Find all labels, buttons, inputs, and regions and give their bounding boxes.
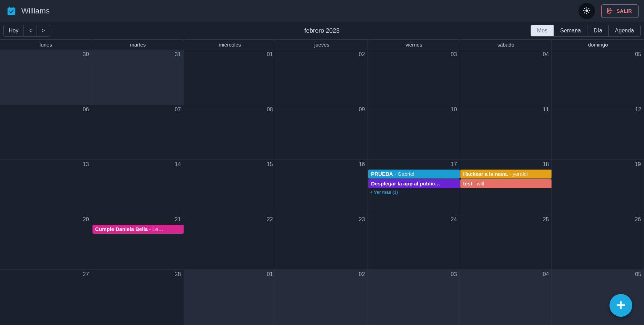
day-number: 14 <box>175 161 181 167</box>
view-switcher: Mes Semana Día Agenda <box>530 25 641 37</box>
day-cell[interactable]: 30 <box>0 50 92 105</box>
day-cell[interactable]: 19 <box>552 160 644 215</box>
day-cell[interactable]: 06 <box>0 105 92 160</box>
day-number: 01 <box>267 51 273 58</box>
day-number: 05 <box>635 51 641 58</box>
day-number: 18 <box>543 161 549 167</box>
day-cell[interactable]: 09 <box>276 105 368 160</box>
calendar: lunesmartesmiércolesjuevesviernessábadod… <box>0 39 644 325</box>
event-chip[interactable]: PRUEBA - Gabriel <box>368 170 460 179</box>
svg-line-7 <box>584 12 585 13</box>
day-cell[interactable]: 25 <box>460 215 552 270</box>
day-cell[interactable]: 02 <box>276 270 368 325</box>
nav-group: Hoy < > <box>3 25 50 37</box>
day-number: 11 <box>543 106 549 113</box>
day-cell[interactable]: 15 <box>184 160 276 215</box>
day-number: 04 <box>543 51 549 58</box>
day-number: 08 <box>267 106 273 113</box>
day-cell[interactable]: 01 <box>184 270 276 325</box>
day-cell[interactable]: 03 <box>368 50 460 105</box>
day-number: 10 <box>451 106 457 113</box>
day-number: 15 <box>267 161 273 167</box>
day-number: 27 <box>83 271 89 277</box>
day-headers: lunesmartesmiércolesjuevesviernessábadod… <box>0 40 644 50</box>
calendar-week: 13141516171819PRUEBA - GabrielHackear a … <box>0 160 644 215</box>
day-cell[interactable]: 13 <box>0 160 92 215</box>
day-number: 03 <box>451 271 457 277</box>
theme-toggle-button[interactable] <box>578 3 595 19</box>
day-cell[interactable]: 31 <box>92 50 184 105</box>
today-button[interactable]: Hoy <box>3 25 23 37</box>
view-month-button[interactable]: Mes <box>530 25 554 37</box>
day-cell[interactable]: 28 <box>92 270 184 325</box>
event-chip[interactable]: Hackear a la nasa. - yeraldi <box>460 170 552 179</box>
day-cell[interactable]: 08 <box>184 105 276 160</box>
day-cell[interactable]: 23 <box>276 215 368 270</box>
day-cell[interactable]: 05 <box>552 50 644 105</box>
day-number: 13 <box>83 161 89 167</box>
logout-label: SALIR <box>617 8 632 14</box>
event-author: - yeraldi <box>508 171 528 177</box>
view-week-button[interactable]: Semana <box>554 25 587 37</box>
day-header: sábado <box>460 40 552 50</box>
next-button[interactable]: > <box>37 25 50 37</box>
day-cell[interactable]: 14 <box>92 160 184 215</box>
day-cell[interactable]: 27 <box>0 270 92 325</box>
add-event-fab[interactable] <box>609 294 632 317</box>
brand-name: Williams <box>21 7 50 16</box>
calendar-week: 06070809101112 <box>0 105 644 160</box>
day-cell[interactable]: 24 <box>368 215 460 270</box>
logo-calendar-check-icon <box>6 6 17 16</box>
day-cell[interactable]: 04 <box>460 270 552 325</box>
day-number: 04 <box>543 271 549 277</box>
day-number: 06 <box>83 106 89 113</box>
view-day-button[interactable]: Día <box>587 25 609 37</box>
day-cell[interactable]: 21 <box>92 215 184 270</box>
event-title: PRUEBA <box>371 171 393 177</box>
event-chip[interactable]: test - will <box>460 179 552 188</box>
topbar-right: SALIR <box>578 3 639 19</box>
day-cell[interactable]: 04 <box>460 50 552 105</box>
day-cell[interactable]: 12 <box>552 105 644 160</box>
prev-button[interactable]: < <box>23 25 37 37</box>
day-cell[interactable]: 10 <box>368 105 460 160</box>
svg-line-6 <box>588 12 589 13</box>
day-number: 12 <box>635 106 641 113</box>
day-number: 23 <box>359 216 365 223</box>
sun-icon <box>583 7 591 16</box>
logout-icon <box>606 7 613 15</box>
day-number: 21 <box>175 216 181 223</box>
day-cell[interactable]: 07 <box>92 105 184 160</box>
calendar-title: febrero 2023 <box>304 27 340 34</box>
day-number: 20 <box>83 216 89 223</box>
day-number: 26 <box>635 216 641 223</box>
day-cell[interactable]: 22 <box>184 215 276 270</box>
day-cell[interactable]: 20 <box>0 215 92 270</box>
calendar-week: 30310102030405 <box>0 50 644 105</box>
logout-button[interactable]: SALIR <box>601 4 639 18</box>
calendar-week: 27280102030405 <box>0 270 644 325</box>
day-cell[interactable]: 16 <box>276 160 368 215</box>
event-author: - will <box>472 181 484 186</box>
show-more-link[interactable]: + Ver más (3) <box>368 189 460 196</box>
day-header: domingo <box>552 40 644 50</box>
day-header: jueves <box>276 40 368 50</box>
day-cell[interactable]: 03 <box>368 270 460 325</box>
day-number: 05 <box>635 271 641 277</box>
event-chip[interactable]: Cumple Daniela Bella - Le… <box>92 225 184 234</box>
day-number: 22 <box>267 216 273 223</box>
day-cell[interactable]: 11 <box>460 105 552 160</box>
svg-line-5 <box>584 8 585 9</box>
view-agenda-button[interactable]: Agenda <box>609 25 641 37</box>
day-cell[interactable]: 26 <box>552 215 644 270</box>
day-cell[interactable]: 05 <box>552 270 644 325</box>
calendar-weeks: 3031010203040506070809101112131415161718… <box>0 50 644 325</box>
event-chip[interactable]: Desplegar la app al public… <box>368 179 460 188</box>
day-number: 02 <box>359 271 365 277</box>
calendar-toolbar: Hoy < > febrero 2023 Mes Semana Día Agen… <box>0 22 644 39</box>
day-cell[interactable]: 01 <box>184 50 276 105</box>
day-cell[interactable]: 02 <box>276 50 368 105</box>
day-header: martes <box>92 40 184 50</box>
calendar-week: 20212223242526Cumple Daniela Bella - Le… <box>0 215 644 270</box>
event-author: - Le… <box>148 226 163 232</box>
